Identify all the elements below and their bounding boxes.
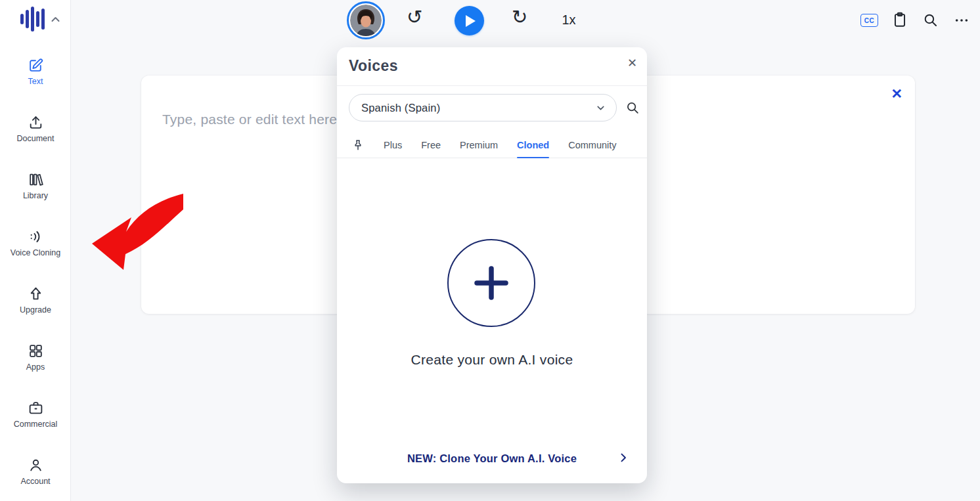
sidebar: Text Document Library — [0, 0, 71, 501]
sidebar-item-apps[interactable]: Apps — [0, 335, 71, 392]
clipboard-icon[interactable] — [891, 11, 908, 29]
sidebar-item-text[interactable]: Text — [0, 49, 71, 106]
sidebar-item-label: Account — [20, 477, 50, 486]
sidebar-item-label: Commercial — [14, 420, 58, 429]
sidebar-item-label: Upgrade — [20, 306, 51, 315]
sidebar-item-label: Apps — [26, 363, 45, 372]
avatar-photo — [350, 5, 382, 36]
apps-grid-icon — [28, 343, 44, 359]
sidebar-item-label: Voice Cloning — [11, 249, 60, 257]
voice-waves-icon — [28, 229, 44, 245]
chevron-right-icon — [617, 451, 630, 464]
search-icon[interactable] — [922, 12, 939, 28]
app-logo[interactable] — [20, 6, 60, 32]
add-voice-button[interactable] — [447, 239, 535, 327]
person-icon — [28, 457, 44, 473]
briefcase-icon — [28, 400, 44, 416]
language-value: Spanish (Spain) — [361, 102, 440, 114]
sidebar-item-label: Library — [23, 192, 48, 200]
sidebar-nav: Text Document Library — [0, 49, 71, 501]
chevron-down-icon — [595, 102, 606, 114]
sidebar-item-library[interactable]: Library — [0, 163, 71, 221]
tab-free[interactable]: Free — [421, 133, 441, 158]
voices-modal: Voices ✕ Spanish (Spain) Plus Free Premi… — [337, 47, 647, 483]
upgrade-arrow-icon — [28, 286, 44, 302]
voice-filter-tabs: Plus Free Premium Cloned Community — [337, 133, 647, 158]
modal-header: Voices ✕ — [337, 47, 647, 86]
chevron-up-icon — [51, 16, 60, 22]
editor-placeholder[interactable]: Type, paste or edit text here... — [162, 112, 349, 127]
compose-icon — [28, 57, 44, 74]
cc-label: CC — [864, 17, 874, 24]
upload-icon — [28, 114, 44, 131]
sidebar-item-upgrade[interactable]: Upgrade — [0, 278, 71, 335]
sidebar-item-commercial[interactable]: Commercial — [0, 392, 71, 449]
speechify-logo-icon — [20, 6, 45, 32]
forward-icon[interactable]: ↻ — [512, 8, 527, 27]
avatar[interactable] — [347, 1, 385, 39]
library-icon — [28, 171, 44, 188]
play-button[interactable] — [455, 6, 484, 35]
close-icon[interactable]: ✕ — [891, 87, 902, 100]
sidebar-item-document[interactable]: Document — [0, 106, 71, 163]
sidebar-item-label: Text — [28, 77, 43, 86]
tab-plus[interactable]: Plus — [384, 133, 402, 158]
rewind-icon[interactable]: ↺ — [407, 8, 422, 27]
language-select[interactable]: Spanish (Spain) — [349, 94, 617, 121]
sidebar-item-label: Document — [17, 135, 55, 143]
plus-icon — [472, 264, 510, 302]
tab-premium[interactable]: Premium — [460, 133, 498, 158]
playback-speed[interactable]: 1x — [558, 12, 580, 28]
sidebar-item-voice-cloning[interactable]: Voice Cloning — [0, 221, 71, 278]
clone-voice-cta[interactable]: NEW: Clone Your Own A.I. Voice — [337, 447, 647, 470]
language-row: Spanish (Spain) — [349, 94, 644, 121]
search-icon[interactable] — [625, 100, 640, 115]
captions-button[interactable]: CC — [860, 14, 878, 27]
pin-icon[interactable] — [351, 139, 365, 152]
clone-cta-label: NEW: Clone Your Own A.I. Voice — [407, 452, 577, 465]
tab-community[interactable]: Community — [568, 133, 616, 158]
play-icon — [466, 15, 476, 27]
create-voice-label: Create your own A.I voice — [337, 352, 647, 368]
more-options-icon[interactable] — [952, 13, 971, 28]
tab-cloned[interactable]: Cloned — [517, 133, 549, 158]
modal-title: Voices — [349, 57, 398, 75]
sidebar-item-account[interactable]: Account — [0, 449, 71, 501]
close-icon[interactable]: ✕ — [627, 56, 637, 70]
